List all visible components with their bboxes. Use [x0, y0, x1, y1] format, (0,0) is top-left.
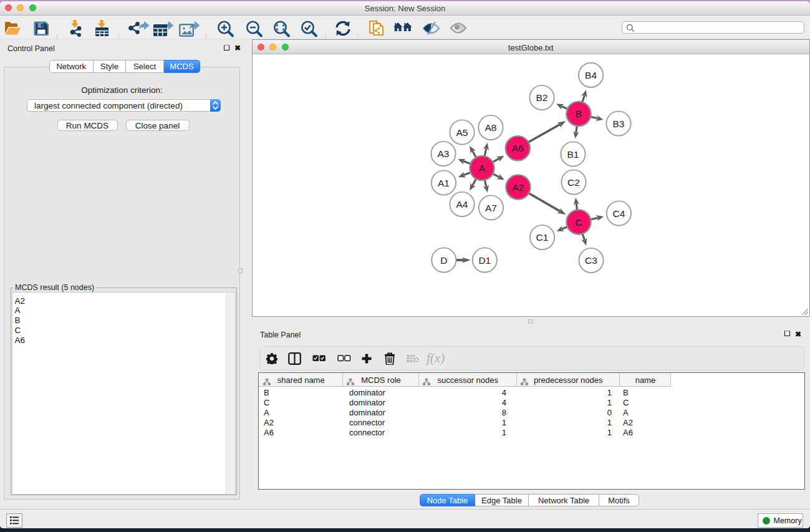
svg-text:C3: C3	[585, 255, 597, 266]
svg-text:A2: A2	[512, 182, 524, 193]
svg-text:A1: A1	[438, 178, 450, 188]
svg-text:B: B	[575, 109, 581, 119]
svg-text:C: C	[575, 217, 582, 228]
svg-text:B4: B4	[585, 70, 597, 80]
svg-text:A3: A3	[437, 148, 449, 159]
svg-text:D: D	[440, 255, 447, 266]
svg-text:A7: A7	[485, 203, 497, 213]
svg-text:A8: A8	[485, 122, 496, 133]
svg-text:A: A	[478, 163, 485, 173]
svg-text:B2: B2	[536, 92, 547, 103]
svg-text:D1: D1	[478, 255, 491, 266]
svg-text:B1: B1	[567, 149, 579, 160]
svg-text:A5: A5	[456, 127, 468, 138]
svg-text:A4: A4	[456, 199, 468, 210]
svg-text:B3: B3	[612, 118, 624, 129]
svg-text:C4: C4	[612, 208, 625, 219]
svg-text:C1: C1	[536, 232, 548, 243]
svg-text:A6: A6	[511, 143, 523, 153]
svg-text:C2: C2	[567, 177, 580, 188]
